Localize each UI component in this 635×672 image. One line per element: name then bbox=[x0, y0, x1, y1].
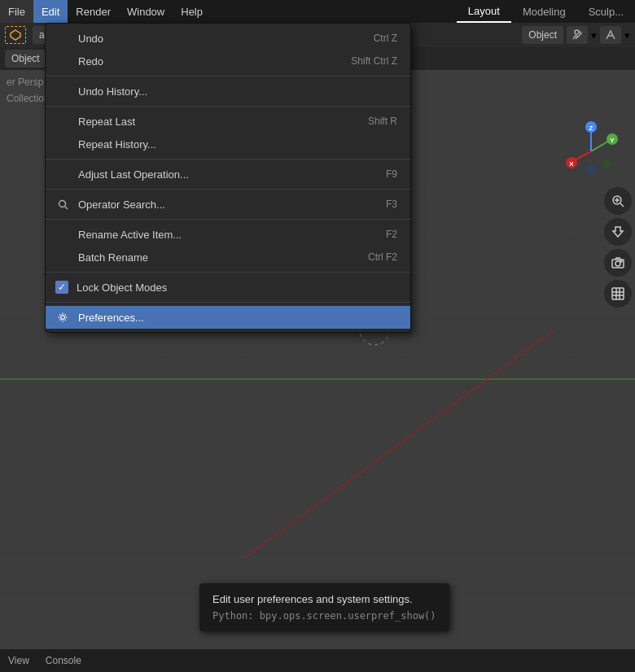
separator-4 bbox=[46, 189, 410, 190]
repeat-history-label: Repeat History... bbox=[78, 138, 156, 151]
menu-item-operator-search[interactable]: Operator Search... F3 bbox=[46, 193, 410, 216]
separator-5 bbox=[46, 219, 410, 220]
svg-line-56 bbox=[64, 206, 68, 209]
svg-point-49 bbox=[620, 260, 622, 262]
tooltip-python: Python: bpy.ops.screen.userpref_show() bbox=[212, 610, 436, 622]
repeat-last-label: Repeat Last bbox=[78, 116, 135, 128]
menu-item-repeat-history[interactable]: Repeat History... bbox=[46, 133, 410, 155]
menu-item-rename-active[interactable]: Rename Active Item... F2 bbox=[46, 223, 410, 246]
menu-item-redo[interactable]: Redo Shift Ctrl Z bbox=[46, 50, 410, 72]
edit-dropdown-menu: Undo Ctrl Z Redo Shift Ctrl Z Undo Histo… bbox=[45, 23, 411, 333]
tooltip-box: Edit user preferences and system setting… bbox=[199, 583, 449, 631]
menu-item-undo-history[interactable]: Undo History... bbox=[46, 80, 410, 103]
separator-1 bbox=[46, 76, 410, 76]
redo-shortcut: Shift Ctrl Z bbox=[351, 55, 397, 67]
transform-btn[interactable] bbox=[600, 26, 621, 44]
menu-render[interactable]: Render bbox=[68, 0, 119, 23]
batch-rename-label: Batch Rename bbox=[78, 251, 148, 264]
lock-object-modes-checkbox: ✓ bbox=[55, 281, 68, 294]
tab-layout[interactable]: Layout bbox=[457, 0, 511, 23]
svg-point-55 bbox=[59, 200, 65, 207]
menu-item-adjust-last[interactable]: Adjust Last Operation... F9 bbox=[46, 163, 410, 185]
svg-rect-50 bbox=[612, 288, 624, 299]
menu-item-preferences[interactable]: Preferences... bbox=[46, 306, 410, 329]
grid-button[interactable] bbox=[604, 280, 632, 308]
menu-item-undo[interactable]: Undo Ctrl Z bbox=[46, 27, 410, 50]
undo-label: Undo bbox=[78, 33, 103, 45]
svg-point-41 bbox=[587, 165, 595, 173]
menu-item-batch-rename[interactable]: Batch Rename Ctrl F2 bbox=[46, 246, 410, 268]
preferences-label: Preferences... bbox=[78, 312, 144, 324]
tooltip-python-code: bpy.ops.screen.userpref_show() bbox=[260, 610, 436, 622]
svg-text:Z: Z bbox=[589, 124, 593, 132]
menu-edit[interactable]: Edit bbox=[33, 0, 68, 23]
tooltip-python-label: Python: bbox=[212, 610, 254, 622]
gear-icon bbox=[54, 312, 72, 323]
menu-file[interactable]: File bbox=[0, 0, 33, 23]
svg-point-9 bbox=[575, 30, 579, 34]
gizmo-svg: Z Y X bbox=[558, 119, 624, 184]
menu-window[interactable]: Window bbox=[119, 0, 173, 23]
tab-modeling[interactable]: Modeling bbox=[511, 0, 577, 23]
viewport-collection-label: Collection bbox=[7, 93, 50, 104]
right-toolbar bbox=[601, 184, 635, 311]
object-select-btn[interactable]: Object bbox=[522, 26, 563, 44]
separator-7 bbox=[46, 302, 410, 303]
tooltip-title: Edit user preferences and system setting… bbox=[212, 593, 436, 605]
zoom-button[interactable] bbox=[604, 187, 632, 215]
pin-btn[interactable] bbox=[567, 26, 588, 44]
menu-item-repeat-last[interactable]: Repeat Last Shift R bbox=[46, 110, 410, 133]
separator-3 bbox=[46, 159, 410, 159]
svg-line-44 bbox=[620, 203, 624, 207]
svg-point-57 bbox=[61, 316, 65, 320]
status-bar: View Console bbox=[0, 649, 635, 672]
svg-point-48 bbox=[615, 261, 620, 266]
undo-shortcut: Ctrl Z bbox=[374, 33, 397, 44]
rename-active-shortcut: F2 bbox=[386, 229, 397, 240]
status-view[interactable]: View bbox=[8, 655, 29, 666]
repeat-last-shortcut: Shift R bbox=[368, 116, 397, 127]
object-icon bbox=[5, 26, 26, 44]
tab-sculpt[interactable]: Sculp... bbox=[577, 0, 635, 23]
search-icon bbox=[54, 199, 72, 210]
lock-object-modes-label: Lock Object Modes bbox=[77, 281, 167, 294]
operator-search-label: Operator Search... bbox=[78, 199, 165, 211]
adjust-last-shortcut: F9 bbox=[386, 168, 397, 180]
undo-history-label: Undo History... bbox=[78, 85, 147, 98]
toolbar-right: Object ▾ ▾ bbox=[522, 26, 630, 44]
status-console[interactable]: Console bbox=[46, 655, 81, 666]
navigation-gizmo[interactable]: Z Y X bbox=[558, 119, 624, 184]
viewport-perspective-label: er Persp bbox=[7, 76, 43, 88]
separator-2 bbox=[46, 106, 410, 107]
top-menubar: File Edit Render Window Help Layout Mode… bbox=[0, 0, 635, 23]
svg-point-42 bbox=[603, 160, 611, 168]
redo-label: Redo bbox=[78, 55, 103, 68]
menu-help[interactable]: Help bbox=[173, 0, 211, 23]
mode-object-btn[interactable]: Object bbox=[5, 50, 46, 68]
svg-marker-0 bbox=[11, 30, 20, 40]
camera-button[interactable] bbox=[604, 249, 632, 277]
rename-active-label: Rename Active Item... bbox=[78, 229, 182, 241]
svg-text:X: X bbox=[569, 160, 574, 168]
separator-6 bbox=[46, 272, 410, 273]
workspace-tabs: Layout Modeling Sculp... bbox=[457, 0, 635, 23]
operator-search-shortcut: F3 bbox=[386, 199, 397, 210]
batch-rename-shortcut: Ctrl F2 bbox=[368, 251, 397, 263]
svg-text:Y: Y bbox=[610, 137, 615, 144]
pan-button[interactable] bbox=[604, 218, 632, 246]
menu-item-lock-object-modes[interactable]: ✓ Lock Object Modes bbox=[46, 276, 410, 299]
adjust-last-label: Adjust Last Operation... bbox=[78, 168, 189, 181]
